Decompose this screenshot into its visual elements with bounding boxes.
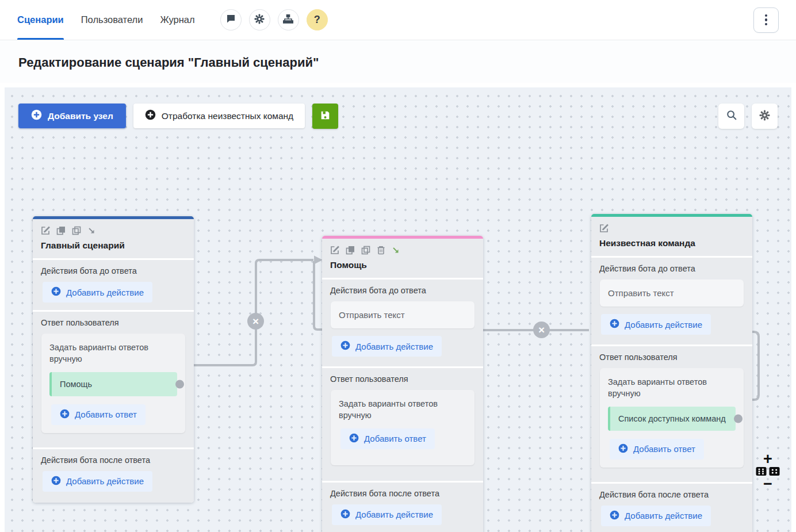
- tab-journal[interactable]: Журнал: [160, 0, 194, 40]
- unknown-commands-label: Отработка неизвестных команд: [162, 111, 293, 121]
- help-button[interactable]: ?: [307, 9, 328, 30]
- add-action-label: Добавить действие: [355, 342, 433, 351]
- answer-card[interactable]: Задать варианты ответов вручную Добавить…: [331, 390, 474, 465]
- answer-chip-label: Список доступных комманд: [618, 414, 726, 423]
- section-user-answer: Ответ пользователя Задать варианты ответ…: [33, 312, 194, 447]
- kebab-menu-button[interactable]: [753, 7, 779, 33]
- section-label: Ответ пользователя: [330, 374, 475, 384]
- canvas-settings-button[interactable]: [752, 104, 778, 129]
- answer-chip-commands[interactable]: Список доступных комманд: [608, 407, 736, 431]
- copy-filled-icon[interactable]: [56, 226, 66, 235]
- add-answer-button[interactable]: Добавить ответ: [51, 404, 146, 425]
- section-user-answer: Ответ пользователя Задать варианты ответ…: [322, 368, 483, 481]
- section-before-answer: Действия бота до ответа Отправить текст …: [591, 258, 752, 345]
- add-action-button[interactable]: Добавить действие: [332, 336, 442, 357]
- title-strip: Редактирование сценария "Главный сценари…: [0, 40, 796, 83]
- gear-icon: [254, 14, 265, 26]
- delete-connection-button[interactable]: ×: [247, 313, 264, 330]
- section-label: Действия бота после ответа: [41, 456, 186, 465]
- chat-icon: [226, 14, 236, 26]
- node-help[interactable]: Помощь Действия бота до ответа Отправить…: [322, 236, 483, 532]
- canvas-view-controls: + −: [752, 452, 783, 491]
- add-action-label: Добавить действие: [625, 320, 702, 330]
- add-action-label: Добавить действие: [66, 288, 144, 297]
- section-label: Действия бота после ответа: [599, 490, 744, 499]
- add-answer-button[interactable]: Добавить ответ: [610, 439, 704, 460]
- connector-dot[interactable]: [175, 380, 184, 388]
- add-action-button[interactable]: Добавить действие: [332, 504, 442, 525]
- plus-circle-icon: [349, 433, 359, 445]
- scenario-canvas[interactable]: Добавить узел Отработка неизвестных кома…: [5, 87, 791, 532]
- add-node-label: Добавить узел: [48, 111, 113, 121]
- add-action-label: Добавить действие: [66, 476, 144, 486]
- resize-arrow-icon[interactable]: [392, 246, 400, 254]
- node-title: Неизвестная команда: [599, 238, 744, 248]
- plus-circle-icon: [51, 286, 61, 298]
- zoom-in-button[interactable]: +: [763, 452, 772, 466]
- plus-circle-icon: [340, 509, 350, 520]
- connector-dot[interactable]: [734, 414, 743, 423]
- add-action-button[interactable]: Добавить действие: [43, 471, 152, 492]
- answer-card[interactable]: Задать варианты ответов вручную Помощь Д…: [41, 334, 185, 433]
- top-nav: Сценарии Пользователи Журнал: [0, 0, 796, 40]
- help-icon: ?: [314, 14, 320, 26]
- canvas-tools-right: [718, 104, 778, 129]
- add-answer-button[interactable]: Добавить ответ: [340, 428, 435, 449]
- section-label: Ответ пользователя: [41, 318, 186, 327]
- sitemap-icon: [283, 14, 293, 26]
- add-action-button[interactable]: Добавить действие: [601, 506, 711, 526]
- settings-button[interactable]: [249, 9, 270, 30]
- node-main-scenario[interactable]: Главный сценарий Действия бота до ответа…: [33, 216, 194, 503]
- edit-icon[interactable]: [599, 224, 609, 233]
- search-button[interactable]: [718, 104, 744, 129]
- section-before-answer: Действия бота до ответа Отправить текст …: [322, 280, 483, 366]
- section-user-answer: Ответ пользователя Задать варианты ответ…: [591, 346, 752, 482]
- page-title: Редактирование сценария "Главный сценари…: [18, 55, 778, 70]
- copy-outline-icon[interactable]: [361, 246, 370, 255]
- plus-circle-icon: [610, 319, 619, 330]
- chat-button[interactable]: [220, 9, 242, 30]
- add-action-label: Добавить действие: [625, 511, 702, 520]
- edit-icon[interactable]: [41, 226, 50, 235]
- search-icon: [726, 109, 737, 123]
- manual-variants-label: Задать варианты ответов вручную: [608, 376, 736, 400]
- zoom-out-button[interactable]: −: [763, 477, 772, 491]
- answer-chip-help[interactable]: Помощь: [49, 372, 177, 396]
- plus-circle-icon: [31, 109, 42, 123]
- section-after-answer: Действия бота после ответа Добавить дейс…: [322, 483, 483, 532]
- wire-main-to-help: [179, 260, 313, 365]
- nav-icon-buttons: ?: [220, 9, 328, 30]
- answer-chip-label: Помощь: [60, 380, 92, 389]
- node-title: Главный сценарий: [41, 240, 186, 251]
- wire-help-entry: [314, 261, 322, 330]
- kebab-dot: [765, 23, 768, 26]
- add-answer-label: Добавить ответ: [75, 409, 137, 419]
- canvas-toolbar: Добавить узел Отработка неизвестных кома…: [18, 104, 338, 129]
- add-node-button[interactable]: Добавить узел: [18, 104, 126, 128]
- delete-connection-button[interactable]: ×: [533, 322, 550, 338]
- resize-arrow-icon[interactable]: [87, 227, 95, 235]
- tab-scenarios[interactable]: Сценарии: [17, 0, 64, 40]
- plus-circle-icon: [340, 340, 350, 352]
- answer-card[interactable]: Задать варианты ответов вручную Список д…: [600, 368, 744, 468]
- plus-circle-icon: [145, 109, 156, 123]
- plus-circle-icon: [610, 510, 619, 522]
- add-action-button[interactable]: Добавить действие: [43, 282, 152, 303]
- section-label: Действия бота до ответа: [330, 286, 475, 295]
- gear-icon: [759, 110, 770, 123]
- copy-outline-icon[interactable]: [72, 226, 81, 235]
- unknown-commands-button[interactable]: Отработка неизвестных команд: [133, 104, 305, 128]
- action-send-text[interactable]: Отправить текст: [331, 301, 474, 328]
- node-unknown-command[interactable]: Неизвестная команда Действия бота до отв…: [591, 214, 752, 532]
- add-action-button[interactable]: Добавить действие: [601, 314, 711, 335]
- save-button[interactable]: [312, 104, 338, 129]
- action-send-text[interactable]: Отправить текст: [600, 280, 744, 307]
- node-title: Помощь: [330, 260, 475, 270]
- edit-icon[interactable]: [330, 246, 339, 255]
- manual-variants-label: Задать варианты ответов вручную: [49, 342, 177, 365]
- trash-icon[interactable]: [377, 246, 385, 255]
- tab-users[interactable]: Пользователи: [81, 0, 143, 40]
- section-after-answer: Действия бота после ответа Добавить дейс…: [591, 484, 752, 532]
- sitemap-button[interactable]: [278, 9, 299, 30]
- copy-filled-icon[interactable]: [346, 246, 355, 255]
